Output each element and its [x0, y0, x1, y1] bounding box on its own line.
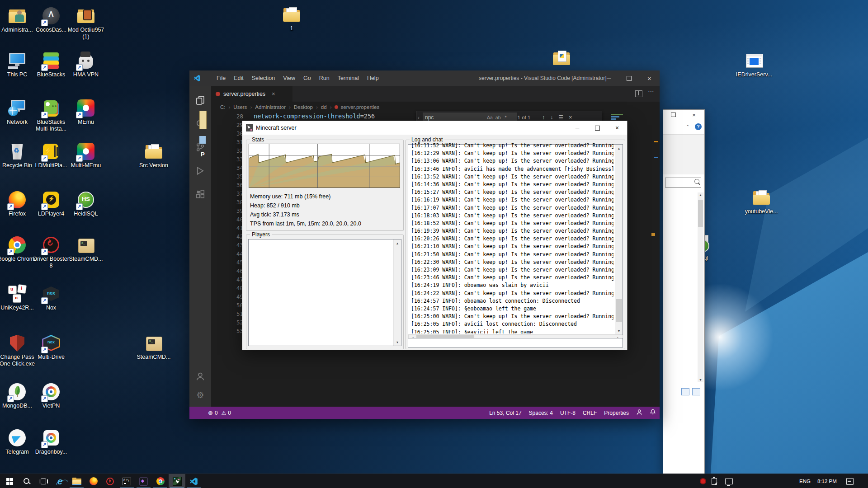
regex-icon[interactable]: .*: [504, 115, 507, 120]
taskbar-button-file-explorer[interactable]: [68, 474, 85, 488]
minecraft-titlebar[interactable]: Minecraft server ─ ×: [242, 121, 627, 135]
bgwin-collapse-icon[interactable]: ⌃: [686, 124, 689, 129]
vscode-maximize-button[interactable]: [619, 70, 639, 86]
breadcrumb-item-desktop[interactable]: Desktop: [294, 104, 313, 110]
desktop-icon-1[interactable]: 1: [271, 5, 312, 32]
taskbar-button-start[interactable]: [1, 474, 18, 488]
desktop-icon-vietpn[interactable]: ↗VietPN: [31, 382, 71, 409]
whole-word-icon[interactable]: ab: [495, 115, 501, 120]
desktop-icon-hma-vpn[interactable]: ↗HMA VPN: [66, 51, 106, 78]
warnings-icon[interactable]: ⚠: [222, 410, 226, 416]
find-in-selection-icon[interactable]: ☰: [558, 114, 563, 121]
vscode-close-button[interactable]: ×: [639, 70, 660, 86]
vscode-titlebar[interactable]: FileEditSelectionViewGoRunTerminalHelp s…: [189, 70, 660, 86]
taskbar-button-firefox[interactable]: [85, 474, 102, 488]
find-close-icon[interactable]: ×: [569, 114, 572, 121]
taskbar-button-cmd[interactable]: C:\: [118, 474, 135, 488]
taskbar-button-task-view[interactable]: [35, 474, 52, 488]
split-editor-icon[interactable]: [635, 90, 642, 97]
bgwin-table-icon-2[interactable]: [692, 388, 700, 395]
breadcrumb-item-c[interactable]: C:: [220, 104, 226, 110]
status-encoding[interactable]: UTF-8: [560, 410, 576, 416]
bgwin-close-button[interactable]: ×: [689, 110, 698, 120]
minecraft-minimize-button[interactable]: ─: [567, 121, 587, 135]
taskbar-button-driver-booster[interactable]: [102, 474, 118, 488]
match-case-icon[interactable]: Aa: [487, 115, 493, 120]
taskbar-button-search[interactable]: [18, 474, 35, 488]
taskbar[interactable]: eC:\◈ ENG 8:12 PM: [0, 474, 868, 488]
driver-booster-tray-icon[interactable]: [700, 478, 706, 484]
bgwin-scroll-thumb[interactable]: [698, 200, 703, 227]
menu-terminal[interactable]: Terminal: [334, 75, 363, 81]
desktop-icon-multi-drive[interactable]: nox↗Multi-Drive: [31, 333, 71, 361]
vscode-minimize-button[interactable]: ─: [599, 70, 619, 86]
log-vscroll-thumb[interactable]: [616, 299, 622, 322]
activity-bar-account-icon[interactable]: [189, 367, 211, 385]
breadcrumb-item-administrator[interactable]: Administrator: [255, 104, 286, 110]
activity-bar-settings-gear-icon[interactable]: ⚙: [189, 386, 211, 404]
server-command-input[interactable]: [408, 338, 623, 347]
errors-icon[interactable]: ⊗: [208, 409, 213, 416]
menu-file[interactable]: File: [212, 75, 230, 81]
tray-clock[interactable]: 8:12 PM: [817, 479, 837, 484]
system-tray[interactable]: [700, 474, 733, 488]
desktop-icon-nox[interactable]: nox↗Nox: [31, 284, 71, 311]
breadcrumb-item-server-properties[interactable]: server.properties: [340, 104, 379, 110]
breadcrumb-item-users[interactable]: Users: [233, 104, 247, 110]
bgwin-maximize-button[interactable]: [669, 110, 678, 120]
desktop-icon-pyfolder[interactable]: [541, 48, 582, 68]
minecraft-server-window[interactable]: Minecraft server ─ × Stats Memory use: 7…: [242, 121, 627, 350]
breadcrumb[interactable]: C:›Users›Administrator›Desktop›dd›server…: [211, 102, 660, 112]
tab-server-properties[interactable]: server.properties ×: [211, 86, 292, 102]
editor-more-actions-icon[interactable]: ⋯: [648, 88, 654, 95]
network-tray-icon[interactable]: [725, 479, 733, 484]
warnings-count[interactable]: 0: [228, 410, 231, 416]
status-language-mode[interactable]: Properties: [604, 410, 629, 416]
players-list[interactable]: ▲ ▼: [248, 239, 401, 346]
menu-go[interactable]: Go: [299, 75, 315, 81]
vscode-tab-bar[interactable]: server.properties × ⋯: [211, 86, 660, 102]
bgwin-search-input[interactable]: [666, 178, 694, 187]
desktop-icon-memu[interactable]: ↗MEmu: [66, 98, 106, 126]
vscode-status-bar[interactable]: ⊗ 0 ⚠ 0 Ln 53, Col 17 Spaces: 4 UTF-8 CR…: [189, 407, 660, 419]
desktop-icon-youtubevie[interactable]: youtubeVie...: [741, 188, 782, 215]
desktop-icon-mod-octiiu957-1[interactable]: Mod Octiiu957 (1): [66, 6, 106, 40]
feedback-icon[interactable]: [636, 409, 642, 417]
log-vertical-scrollbar[interactable]: ▲ ▼: [615, 145, 623, 334]
taskbar-button-minecraft-server[interactable]: [169, 474, 185, 488]
menu-selection[interactable]: Selection: [248, 75, 279, 81]
activity-bar-run-debug-icon[interactable]: [189, 162, 211, 180]
find-next-icon[interactable]: ↓: [550, 114, 553, 121]
taskbar-button-internet-explorer[interactable]: e: [52, 474, 68, 488]
tab-close-icon[interactable]: ×: [272, 90, 275, 97]
bgwin-help-button[interactable]: ?: [695, 123, 702, 130]
desktop-icon-heidisql[interactable]: HS↗HeidiSQL: [66, 190, 106, 217]
status-eol[interactable]: CRLF: [583, 410, 597, 416]
menu-view[interactable]: View: [279, 75, 299, 81]
menu-edit[interactable]: Edit: [230, 75, 248, 81]
action-center-icon[interactable]: [846, 478, 854, 485]
find-expand-icon[interactable]: ›: [418, 115, 420, 120]
taskbar-button-utility-app[interactable]: ◈: [135, 474, 152, 488]
errors-count[interactable]: 0: [215, 410, 218, 416]
notifications-bell-icon[interactable]: [650, 409, 656, 417]
desktop-icon-multi-memu[interactable]: ↗Multi-MEmu: [66, 141, 106, 169]
menu-help[interactable]: Help: [363, 75, 383, 81]
desktop-icon-steamcmd[interactable]: >_SteamCMD...: [66, 235, 106, 263]
find-previous-icon[interactable]: ↑: [542, 114, 545, 121]
activity-bar-extensions-icon[interactable]: [189, 185, 211, 203]
breadcrumb-item-dd[interactable]: dd: [321, 104, 327, 110]
editor-code-line[interactable]: network-compression-threshold=256: [254, 112, 375, 121]
activity-bar[interactable]: ⚙: [189, 86, 211, 407]
minecraft-close-button[interactable]: ×: [607, 121, 627, 135]
desktop-icon-dragonboy[interactable]: ↗Dragonboy...: [31, 428, 71, 455]
usb-tray-icon[interactable]: [712, 478, 717, 485]
minecraft-maximize-button[interactable]: [587, 121, 607, 135]
tray-language[interactable]: ENG: [799, 479, 811, 484]
taskbar-button-vscode[interactable]: [185, 474, 202, 488]
background-window[interactable]: × ⌃ ? ▲ ▼: [663, 109, 705, 474]
status-indentation[interactable]: Spaces: 4: [529, 410, 553, 416]
menu-run[interactable]: Run: [315, 75, 334, 81]
taskbar-button-chrome[interactable]: [152, 474, 169, 488]
activity-bar-explorer-icon[interactable]: [189, 91, 211, 109]
